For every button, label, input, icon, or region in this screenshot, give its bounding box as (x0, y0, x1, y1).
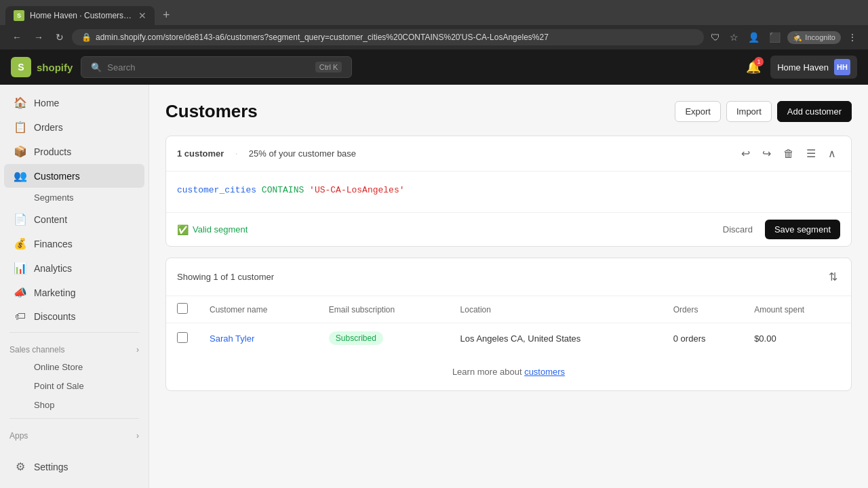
extension-button[interactable]: 🛡 (708, 29, 723, 45)
sidebar-item-settings-label: Settings (34, 462, 68, 472)
new-tab-button[interactable]: + (157, 5, 176, 25)
sidebar-item-orders[interactable]: 📋 Orders (4, 115, 144, 139)
apps-label: Apps (9, 431, 28, 441)
import-button[interactable]: Import (726, 101, 772, 122)
search-shortcut: Ctrl K (315, 62, 342, 73)
sidebar-nav: 🏠 Home 📋 Orders 📦 Products 👥 Customers S… (0, 85, 149, 449)
sidebar: 🏠 Home 📋 Orders 📦 Products 👥 Customers S… (0, 85, 149, 488)
sort-button[interactable]: ⇅ (826, 268, 840, 286)
reload-button[interactable]: ↻ (52, 29, 68, 45)
sidebar-item-shop[interactable]: Shop (4, 396, 144, 414)
valid-indicator: ✅ Valid segment (177, 224, 248, 235)
query-footer-actions: Discard Save segment (716, 220, 840, 239)
table-header-row: Customer name Email subscription Locatio… (166, 296, 851, 323)
add-customer-button[interactable]: Add customer (777, 101, 852, 122)
store-name: Home Haven (777, 62, 829, 73)
results-count: Showing 1 of 1 customer (177, 272, 274, 282)
learn-more-section: Learn more about customers (166, 353, 851, 390)
customers-icon: 👥 (14, 169, 27, 182)
shopify-logo-mark: S (11, 57, 31, 77)
apps-header[interactable]: Apps › (0, 423, 149, 443)
analytics-icon: 📊 (14, 262, 27, 274)
lock-icon: 🔒 (81, 33, 92, 42)
query-card: 1 customer · 25% of your customer base ↩… (165, 136, 852, 247)
forward-button[interactable]: → (30, 29, 47, 45)
store-avatar: HH (834, 59, 850, 75)
sidebar-toggle-button[interactable]: ⬛ (766, 29, 783, 45)
sidebar-item-settings[interactable]: ⚙ Settings (4, 455, 144, 479)
filter-button[interactable]: ☰ (802, 144, 820, 163)
row-checkbox[interactable] (177, 332, 188, 343)
sidebar-item-finances[interactable]: 💰 Finances (4, 232, 144, 256)
sidebar-item-customers[interactable]: 👥 Customers (4, 164, 144, 188)
row-customer-name[interactable]: Sarah Tyler (199, 323, 318, 354)
col-header-name: Customer name (199, 296, 318, 323)
customer-count-stat: 1 customer (177, 148, 224, 159)
store-selector-button[interactable]: Home Haven HH (770, 56, 857, 79)
subscribed-badge: Subscribed (329, 331, 383, 345)
customers-table: Customer name Email subscription Locatio… (166, 296, 851, 353)
tab-close-icon[interactable]: ✕ (138, 10, 146, 21)
profile-button[interactable]: 👤 (745, 29, 762, 45)
learn-more-text: Learn more about (452, 367, 524, 377)
incognito-label: Incognito (805, 33, 835, 41)
save-segment-button[interactable]: Save segment (765, 220, 840, 239)
sidebar-item-content[interactable]: 📄 Content (4, 207, 144, 231)
settings-icon: ⚙ (14, 460, 27, 473)
incognito-badge: 🕵 Incognito (787, 31, 841, 44)
url-text: admin.shopify.com/store/de8143-a6/custom… (96, 33, 694, 42)
shop-label: Shop (34, 400, 54, 410)
notifications-badge: 1 (754, 57, 764, 66)
col-header-orders: Orders (663, 296, 743, 323)
discard-button[interactable]: Discard (716, 220, 760, 239)
query-function: CONTAINS (262, 185, 304, 195)
select-all-checkbox[interactable] (177, 303, 188, 314)
search-placeholder: Search (107, 62, 135, 73)
sales-channels-header[interactable]: Sales channels › (0, 337, 149, 357)
valid-icon: ✅ (177, 224, 189, 235)
undo-button[interactable]: ↩ (737, 144, 754, 163)
valid-label: Valid segment (193, 224, 248, 235)
customer-count: 1 customer (177, 148, 224, 159)
back-button[interactable]: ← (8, 29, 26, 45)
export-button[interactable]: Export (675, 101, 721, 122)
sidebar-item-content-label: Content (34, 214, 67, 225)
sidebar-item-marketing[interactable]: 📣 Marketing (4, 281, 144, 304)
customers-link[interactable]: customers (524, 367, 565, 377)
menu-button[interactable]: ⋮ (845, 29, 860, 45)
sidebar-item-finances-label: Finances (34, 239, 73, 249)
table-head: Customer name Email subscription Locatio… (166, 296, 851, 323)
incognito-icon: 🕵 (793, 33, 802, 42)
apps-expand-icon: › (136, 431, 139, 441)
sidebar-item-products[interactable]: 📦 Products (4, 140, 144, 163)
sidebar-item-customers-label: Customers (34, 171, 80, 182)
results-header: Showing 1 of 1 customer ⇅ (166, 258, 851, 296)
sales-channels-label: Sales channels (9, 345, 64, 354)
col-header-email: Email subscription (318, 296, 450, 323)
table-row[interactable]: Sarah Tyler Subscribed Los Angeles CA, U… (166, 323, 851, 354)
sidebar-item-discounts[interactable]: 🏷 Discounts (4, 305, 144, 328)
active-tab[interactable]: S Home Haven · Customers · Sho... ✕ (5, 6, 155, 25)
address-bar[interactable]: 🔒 admin.shopify.com/store/de8143-a6/cust… (72, 29, 704, 45)
row-location: Los Angeles CA, United States (450, 323, 663, 354)
sidebar-item-home[interactable]: 🏠 Home (4, 91, 144, 115)
discounts-icon: 🏷 (14, 310, 27, 323)
bookmark-button[interactable]: ☆ (727, 29, 741, 45)
row-email-status: Subscribed (318, 323, 450, 354)
sidebar-item-online-store[interactable]: Online Store (4, 358, 144, 376)
sidebar-item-analytics[interactable]: 📊 Analytics (4, 256, 144, 280)
sidebar-item-pos[interactable]: Point of Sale (4, 377, 144, 395)
collapse-button[interactable]: ∧ (824, 144, 840, 163)
home-icon: 🏠 (14, 96, 27, 109)
redo-button[interactable]: ↪ (758, 144, 775, 163)
page-header: Customers Export Import Add customer (165, 101, 852, 122)
app-body: 🏠 Home 📋 Orders 📦 Products 👥 Customers S… (0, 85, 868, 488)
finances-icon: 💰 (14, 237, 27, 250)
sidebar-subitem-segments[interactable]: Segments (4, 188, 144, 207)
query-editor[interactable]: customer_cities CONTAINS 'US-CA-LosAngel… (166, 171, 851, 212)
search-bar[interactable]: 🔍 Search Ctrl K (81, 56, 352, 78)
sales-channels-expand-icon: › (136, 345, 139, 354)
query-stats: 1 customer · 25% of your customer base (177, 148, 729, 160)
delete-button[interactable]: 🗑 (779, 144, 798, 163)
notifications-button[interactable]: 🔔 1 (743, 57, 764, 77)
